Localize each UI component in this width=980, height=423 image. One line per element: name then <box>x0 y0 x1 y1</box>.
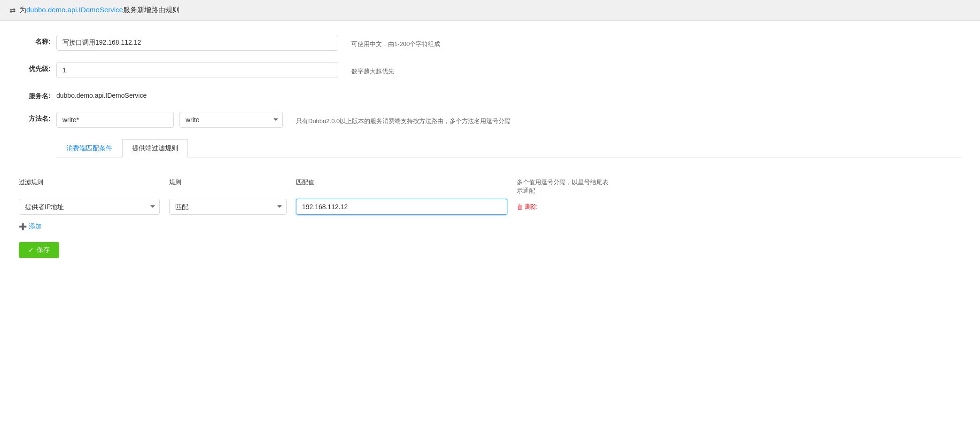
name-row: 名称: 可使用中文，由1-200个字符组成 <box>19 35 961 51</box>
name-content: 可使用中文，由1-200个字符组成 <box>56 35 961 51</box>
page-container: ⇄ 为dubbo.demo.api.IDemoService服务新增路由规则 名… <box>0 0 980 423</box>
filter-value-input[interactable] <box>296 199 507 215</box>
tabs-list: 消费端匹配条件 提供端过滤规则 <box>56 139 961 157</box>
tab-consumer[interactable]: 消费端匹配条件 <box>56 139 122 157</box>
save-button[interactable]: ✓ 保存 <box>19 242 59 258</box>
filter-col-header-value: 匹配值 <box>296 178 507 195</box>
check-icon: ✓ <box>28 246 34 254</box>
filter-headers: 过滤规则 规则 匹配值 多个值用逗号分隔，以星号结尾表示通配 <box>19 178 961 195</box>
add-filter-button[interactable]: ➕ 添加 <box>19 222 42 231</box>
filter-col-header-hint: 多个值用逗号分隔，以星号结尾表示通配 <box>517 178 611 195</box>
service-value: dubbo.demo.api.IDemoService <box>56 89 147 99</box>
form-body: 名称: 可使用中文，由1-200个字符组成 优先级: 数字越大越优先 服务名: … <box>0 21 980 282</box>
service-label: 服务名: <box>19 89 56 101</box>
filter-section: 过滤规则 规则 匹配值 多个值用逗号分隔，以星号结尾表示通配 提供者IP地址 提… <box>19 169 961 267</box>
priority-label: 优先级: <box>19 62 56 73</box>
service-name-row: 服务名: dubbo.demo.api.IDemoService <box>19 89 961 101</box>
filter-col-header-match: 规则 <box>169 178 287 195</box>
filter-type-select[interactable]: 提供者IP地址 提供者主机名 提供者端口 提供者应用名 <box>19 199 160 215</box>
delete-label: 删除 <box>525 203 537 211</box>
service-name-link[interactable]: dubbo.demo.api.IDemoService <box>26 6 123 14</box>
priority-input[interactable] <box>56 62 338 78</box>
title-prefix: 为 <box>19 6 26 14</box>
delete-button[interactable]: 🗑 删除 <box>517 203 537 211</box>
name-label: 名称: <box>19 35 56 46</box>
service-content: dubbo.demo.api.IDemoService <box>56 89 961 99</box>
filter-data-row: 提供者IP地址 提供者主机名 提供者端口 提供者应用名 匹配 不匹配 🗑 删除 <box>19 199 961 215</box>
name-hint: 可使用中文，由1-200个字符组成 <box>344 37 440 48</box>
method-label: 方法名: <box>19 112 56 123</box>
header-icon: ⇄ <box>9 6 16 15</box>
method-input[interactable] <box>56 112 174 128</box>
title-suffix: 服务新增路由规则 <box>123 6 179 14</box>
name-input[interactable] <box>56 35 338 51</box>
method-select[interactable]: write <box>179 112 283 128</box>
tabs-container: 消费端匹配条件 提供端过滤规则 <box>56 139 961 157</box>
filter-col-header-rule: 过滤规则 <box>19 178 160 195</box>
delete-icon: 🗑 <box>517 204 523 211</box>
filter-rule-select[interactable]: 匹配 不匹配 <box>169 199 287 215</box>
add-icon: ➕ <box>19 223 27 230</box>
method-content: write 只有Dubbo2.0.0以上版本的服务消费端支持按方法路由，多个方法… <box>56 112 961 128</box>
tab-provider[interactable]: 提供端过滤规则 <box>122 139 188 157</box>
priority-row: 优先级: 数字越大越优先 <box>19 62 961 78</box>
method-hint: 只有Dubbo2.0.0以上版本的服务消费端支持按方法路由，多个方法名用逗号分隔 <box>288 114 511 125</box>
method-row: 方法名: write 只有Dubbo2.0.0以上版本的服务消费端支持按方法路由… <box>19 112 961 128</box>
add-label: 添加 <box>29 222 42 231</box>
save-label: 保存 <box>37 246 50 254</box>
page-title: 为dubbo.demo.api.IDemoService服务新增路由规则 <box>19 6 179 15</box>
priority-content: 数字越大越优先 <box>56 62 961 78</box>
priority-hint: 数字越大越优先 <box>344 64 394 76</box>
page-header: ⇄ 为dubbo.demo.api.IDemoService服务新增路由规则 <box>0 0 980 21</box>
